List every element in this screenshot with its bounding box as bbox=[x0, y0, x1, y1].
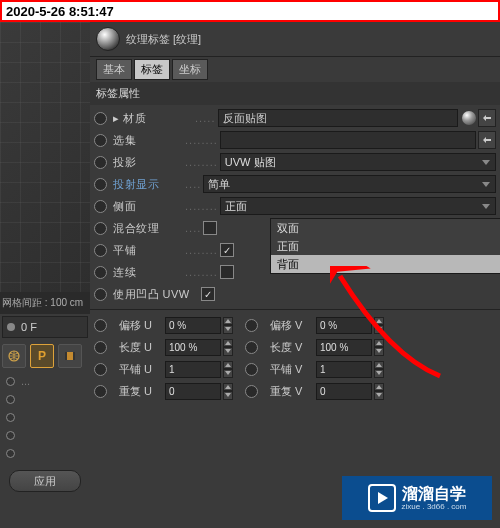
label-length-u: 长度 U bbox=[119, 340, 163, 355]
radio-dot[interactable] bbox=[6, 449, 15, 458]
length-u-spinner[interactable] bbox=[223, 339, 233, 356]
grid-spacing-label: 网格间距 : 100 cm bbox=[2, 296, 83, 310]
side-dropdown: 双面 正面 背面 bbox=[270, 218, 500, 274]
radio-icon[interactable] bbox=[94, 178, 107, 191]
radio-icon[interactable] bbox=[245, 363, 258, 376]
radio-icon[interactable] bbox=[94, 244, 107, 257]
label-projection: 投影 bbox=[113, 155, 185, 170]
length-v-input[interactable]: 100 % bbox=[316, 339, 372, 356]
apply-button[interactable]: 应用 bbox=[9, 470, 81, 492]
radio-icon[interactable] bbox=[245, 341, 258, 354]
dropdown-option-back[interactable]: 背面 bbox=[271, 255, 500, 273]
radio-dot[interactable] bbox=[6, 413, 15, 422]
radio-icon[interactable] bbox=[94, 363, 107, 376]
tab-tag[interactable]: 标签 bbox=[134, 59, 170, 80]
viewport-panel: 网格间距 : 100 cm 0 F P ... 应用 bbox=[0, 22, 91, 528]
tab-basic[interactable]: 基本 bbox=[96, 59, 132, 80]
label-mix-texture: 混合纹理 bbox=[113, 221, 185, 236]
radio-icon[interactable] bbox=[94, 156, 107, 169]
projection-combo[interactable]: UVW 贴图 bbox=[220, 153, 496, 171]
repeat-u-spinner[interactable] bbox=[223, 383, 233, 400]
icon-toolbar: P bbox=[0, 340, 90, 372]
offset-v-input[interactable]: 0 % bbox=[316, 317, 372, 334]
repeat-v-input[interactable]: 0 bbox=[316, 383, 372, 400]
row-material: ▸ 材质. . . . . 反面贴图 bbox=[90, 107, 500, 129]
row-projection: 投影. . . . . . . . UVW 贴图 bbox=[90, 151, 500, 173]
dropdown-option-both[interactable]: 双面 bbox=[271, 219, 500, 237]
option-row-1: ... bbox=[0, 372, 90, 390]
svg-rect-3 bbox=[73, 352, 75, 360]
radio-icon[interactable] bbox=[94, 319, 107, 332]
label-tile-v: 平铺 V bbox=[270, 362, 314, 377]
option-row-3 bbox=[0, 408, 90, 426]
tile-v-spinner[interactable] bbox=[374, 361, 384, 378]
apply-label: 应用 bbox=[34, 474, 56, 489]
length-u-input[interactable]: 100 % bbox=[165, 339, 221, 356]
radio-icon[interactable] bbox=[94, 222, 107, 235]
option-row-5 bbox=[0, 444, 90, 462]
label-tile-u: 平铺 U bbox=[119, 362, 163, 377]
tile-u-input[interactable]: 1 bbox=[165, 361, 221, 378]
label-material: 材质 bbox=[123, 111, 195, 126]
radio-icon[interactable] bbox=[245, 385, 258, 398]
selection-field[interactable] bbox=[220, 131, 476, 149]
label-repeat-u: 重复 U bbox=[119, 384, 163, 399]
label-selection: 选集 bbox=[113, 133, 185, 148]
mix-texture-checkbox[interactable] bbox=[203, 221, 217, 235]
label-use-uvw: 使用凹凸 UVW bbox=[113, 287, 201, 302]
dot-icon bbox=[7, 323, 15, 331]
radio-icon[interactable] bbox=[94, 200, 107, 213]
selection-picker-button[interactable] bbox=[478, 131, 496, 149]
length-v-spinner[interactable] bbox=[374, 339, 384, 356]
label-offset-u: 偏移 U bbox=[119, 318, 163, 333]
radio-dot[interactable] bbox=[6, 395, 15, 404]
row-use-uvw: 使用凹凸 UVW ✓ bbox=[90, 283, 500, 305]
play-icon bbox=[368, 484, 396, 512]
dropdown-option-front[interactable]: 正面 bbox=[271, 237, 500, 255]
film-icon[interactable] bbox=[58, 344, 82, 368]
material-field[interactable]: 反面贴图 bbox=[218, 109, 458, 127]
radio-icon[interactable] bbox=[245, 319, 258, 332]
world-icon[interactable] bbox=[2, 344, 26, 368]
use-uvw-checkbox[interactable]: ✓ bbox=[201, 287, 215, 301]
tile-u-spinner[interactable] bbox=[223, 361, 233, 378]
label-continuous: 连续 bbox=[113, 265, 185, 280]
viewport-3d[interactable] bbox=[0, 22, 90, 292]
row-selection: 选集. . . . . . . . bbox=[90, 129, 500, 151]
radio-icon[interactable] bbox=[94, 385, 107, 398]
radio-icon[interactable] bbox=[94, 288, 107, 301]
offset-u-spinner[interactable] bbox=[223, 317, 233, 334]
watermark: 溜溜自学 zixue . 3d66 . com bbox=[342, 476, 492, 520]
svg-rect-2 bbox=[65, 352, 67, 360]
row-tile-uv: 平铺 U 1 平铺 V 1 bbox=[90, 358, 500, 380]
radio-icon[interactable] bbox=[94, 341, 107, 354]
side-combo[interactable]: 正面 bbox=[220, 197, 496, 215]
tile-checkbox[interactable]: ✓ bbox=[220, 243, 234, 257]
label-side: 侧面 bbox=[113, 199, 185, 214]
tab-coord[interactable]: 坐标 bbox=[172, 59, 208, 80]
label-offset-v: 偏移 V bbox=[270, 318, 314, 333]
label-proj-display[interactable]: 投射显示 bbox=[113, 177, 185, 192]
offset-u-input[interactable]: 0 % bbox=[165, 317, 221, 334]
repeat-u-input[interactable]: 0 bbox=[165, 383, 221, 400]
radio-icon[interactable] bbox=[94, 112, 107, 125]
tile-v-input[interactable]: 1 bbox=[316, 361, 372, 378]
row-offset: 偏移 U 0 % 偏移 V 0 % bbox=[90, 314, 500, 336]
watermark-sub: zixue . 3d66 . com bbox=[402, 502, 467, 511]
radio-icon[interactable] bbox=[94, 134, 107, 147]
continuous-checkbox[interactable] bbox=[220, 265, 234, 279]
radio-dot[interactable] bbox=[6, 377, 15, 386]
radio-dot[interactable] bbox=[6, 431, 15, 440]
bottom-left-panel: 0 F P ... 应用 bbox=[0, 314, 90, 528]
radio-icon[interactable] bbox=[94, 266, 107, 279]
proj-display-combo[interactable]: 简单 bbox=[203, 175, 496, 193]
material-picker-button[interactable] bbox=[478, 109, 496, 127]
repeat-v-spinner[interactable] bbox=[374, 383, 384, 400]
temperature-cell: 0 F bbox=[2, 316, 88, 338]
temp-value: 0 F bbox=[21, 321, 37, 333]
panel-title: 纹理标签 [纹理] bbox=[126, 32, 201, 47]
p-icon[interactable]: P bbox=[30, 344, 54, 368]
material-preview-icon[interactable] bbox=[462, 111, 476, 125]
offset-v-spinner[interactable] bbox=[374, 317, 384, 334]
properties-panel: 纹理标签 [纹理] 基本 标签 坐标 标签属性 ▸ 材质. . . . . 反面… bbox=[90, 22, 500, 528]
